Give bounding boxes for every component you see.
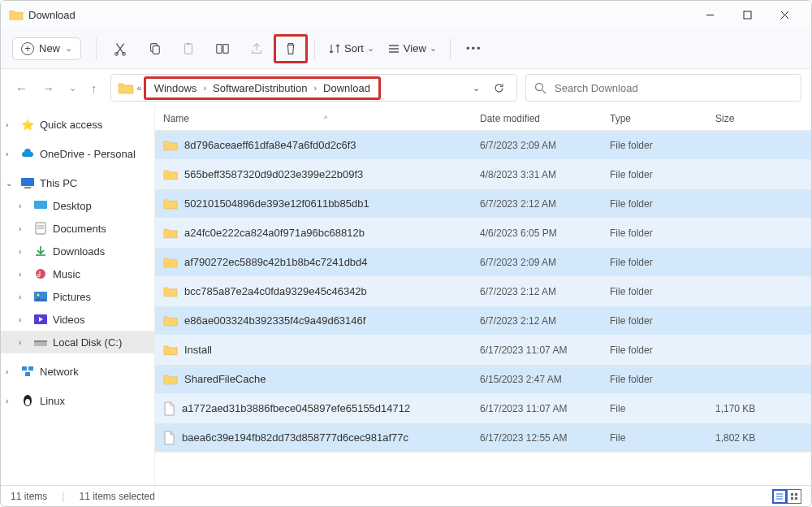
file-type: File folder (610, 228, 715, 239)
sidebar-item-label: Desktop (53, 200, 92, 212)
file-name: SharedFileCache (184, 373, 266, 385)
share-button[interactable] (240, 34, 274, 63)
sidebar-item-label: Documents (53, 223, 106, 235)
recent-locations-button[interactable]: ⌄ (69, 83, 76, 93)
table-row[interactable]: bcc785a87e2a4c0fda9329e45c46342b6/7/2023… (155, 277, 811, 306)
breadcrumb[interactable]: « Windows › SoftwareDistribution › Downl… (110, 74, 518, 102)
maximize-button[interactable] (728, 1, 766, 28)
table-row[interactable]: SharedFileCache6/15/2023 2:47 AMFile fol… (155, 365, 811, 394)
file-name: Install (184, 344, 212, 356)
delete-button[interactable] (274, 34, 308, 63)
col-type[interactable]: Type (610, 113, 715, 124)
back-button[interactable]: ← (15, 81, 28, 95)
folder-icon (163, 197, 178, 210)
table-row[interactable]: af790272ec5889c42b1b8b4c7241dbd46/7/2023… (155, 248, 811, 277)
sidebar-item-onedrive[interactable]: ›OneDrive - Personal (1, 142, 154, 165)
cut-button[interactable] (103, 34, 137, 63)
file-type: File folder (610, 315, 715, 327)
breadcrumb-part[interactable]: SoftwareDistribution (213, 82, 307, 94)
sidebar-item-pictures[interactable]: ›Pictures (1, 285, 154, 308)
search-input[interactable] (555, 82, 793, 94)
breadcrumb-part[interactable]: Windows (154, 82, 197, 94)
sidebar-item-documents[interactable]: ›Documents (1, 217, 154, 240)
table-row[interactable]: a1772aed31b3886fbece045897efe65155d14712… (155, 394, 811, 423)
svg-rect-14 (21, 178, 34, 186)
file-date: 6/7/2023 2:12 AM (480, 286, 610, 297)
search-box[interactable] (525, 74, 801, 102)
status-item-count: 11 items (11, 491, 47, 502)
table-row[interactable]: 565beff3587320d9d023e399e22b09f34/8/2023… (155, 160, 811, 189)
sidebar-item-music[interactable]: ›Music (1, 262, 154, 285)
separator (96, 38, 97, 59)
table-row[interactable]: Install6/17/2023 11:07 AMFile folder (155, 336, 811, 365)
minimize-button[interactable] (691, 1, 728, 28)
svg-point-22 (37, 294, 40, 297)
sidebar-item-this-pc[interactable]: ⌄This PC (1, 171, 154, 194)
table-row[interactable]: a24fc0e222ca824a0f971a96bc68812b4/6/2023… (155, 219, 811, 248)
drive-icon (33, 335, 48, 349)
file-name: a24fc0e222ca824a0f971a96bc68812b (184, 227, 365, 239)
svg-rect-27 (28, 366, 33, 370)
file-icon (163, 431, 175, 445)
sort-button[interactable]: Sort ⌄ (322, 37, 381, 60)
sidebar-item-label: This PC (40, 177, 77, 189)
videos-icon (33, 312, 48, 327)
navigation-pane: ›⭐Quick access ›OneDrive - Personal ⌄Thi… (1, 106, 155, 485)
table-row[interactable]: e86ae003324b392335f4c9a49d63146f6/7/2023… (155, 306, 811, 336)
file-rows: 8d796aceaeff61dfa8e47a6fd0d2c6f36/7/2023… (155, 131, 811, 485)
rename-button[interactable] (205, 34, 240, 63)
sidebar-item-videos[interactable]: ›Videos (1, 308, 154, 331)
copy-button[interactable] (137, 34, 171, 63)
svg-rect-32 (795, 493, 797, 496)
close-button[interactable] (766, 1, 803, 28)
column-headers[interactable]: Name^ Date modified Type Size (155, 106, 811, 131)
view-icon (387, 42, 400, 55)
svg-point-30 (25, 399, 30, 405)
col-name[interactable]: Name (163, 113, 189, 124)
sidebar-item-desktop[interactable]: ›Desktop (1, 194, 154, 217)
svg-point-5 (123, 52, 126, 55)
view-button[interactable]: View ⌄ (381, 37, 443, 60)
sidebar-item-network[interactable]: ›Network (1, 360, 154, 383)
file-name: 565beff3587320d9d023e399e22b09f3 (184, 168, 363, 180)
new-button[interactable]: + New ⌄ (12, 37, 81, 60)
breadcrumb-part[interactable]: Download (323, 82, 370, 94)
svg-rect-34 (795, 497, 797, 500)
sidebar-item-label: Linux (40, 395, 65, 407)
forward-button[interactable]: → (42, 81, 54, 95)
sidebar-item-downloads[interactable]: ›Downloads (1, 240, 154, 262)
table-row[interactable]: baea6c39e194fb82dd73d858777d6cec981af77c… (155, 423, 811, 453)
sidebar-item-quick-access[interactable]: ›⭐Quick access (1, 113, 154, 136)
sidebar-item-label: Pictures (53, 291, 91, 303)
sort-indicator: ^ (194, 115, 327, 123)
file-name: e86ae003324b392335f4c9a49d63146f (184, 314, 365, 327)
table-row[interactable]: 8d796aceaeff61dfa8e47a6fd0d2c6f36/7/2023… (155, 131, 811, 160)
svg-rect-31 (791, 493, 793, 496)
network-icon (20, 364, 35, 379)
file-name: af790272ec5889c42b1b8b4c7241dbd4 (184, 256, 368, 268)
up-button[interactable]: ↑ (91, 81, 97, 95)
file-name: 502101504896de393e12f0611bb85db1 (184, 197, 369, 210)
sidebar-item-linux[interactable]: ›Linux (1, 389, 154, 412)
file-date: 6/17/2023 11:07 AM (480, 403, 610, 414)
search-icon (534, 82, 546, 94)
col-size[interactable]: Size (715, 113, 811, 124)
paste-button[interactable] (171, 34, 205, 63)
col-date[interactable]: Date modified (480, 113, 610, 124)
refresh-button[interactable] (488, 82, 510, 94)
file-icon (163, 401, 175, 416)
folder-icon (163, 285, 178, 297)
sidebar-item-local-disk[interactable]: ›Local Disk (C:) (1, 331, 154, 353)
thumbnails-view-toggle[interactable] (787, 489, 801, 504)
view-label: View (404, 42, 426, 54)
breadcrumb-dropdown[interactable]: ⌄ (466, 83, 486, 93)
folder-icon (163, 139, 178, 151)
chevron-right-icon: › (313, 83, 317, 93)
more-button[interactable]: ••• (457, 34, 491, 63)
table-row[interactable]: 502101504896de393e12f0611bb85db16/7/2023… (155, 189, 811, 219)
plus-icon: + (21, 42, 34, 55)
details-view-toggle[interactable] (772, 489, 787, 504)
file-type: File folder (610, 169, 715, 180)
svg-rect-25 (34, 340, 47, 342)
svg-rect-11 (223, 44, 228, 53)
